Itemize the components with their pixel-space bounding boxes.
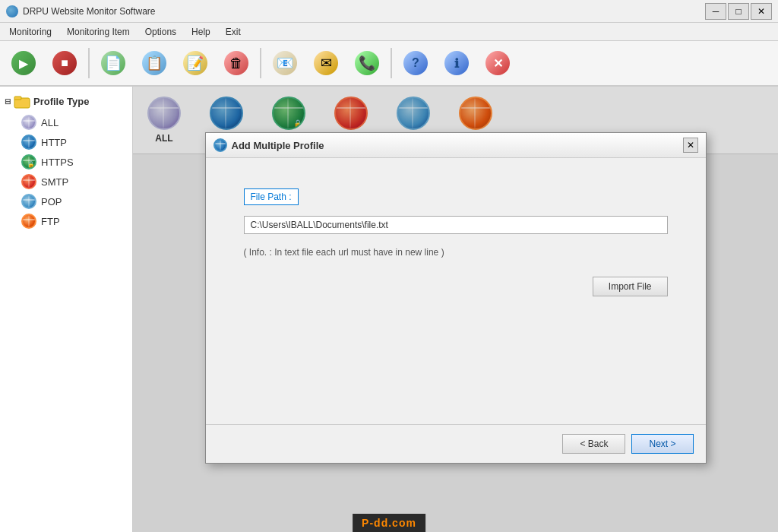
sidebar-item-ftp[interactable]: FTP [0, 211, 132, 231]
dialog-overlay: Add Multiple Profile ✕ File Path : ( Inf… [133, 87, 778, 532]
new-profile-button[interactable]: 📄 [94, 44, 132, 82]
http-icon [21, 135, 36, 150]
close-red-button[interactable]: ✕ [479, 44, 517, 82]
menu-bar: Monitoring Monitoring Item Options Help … [0, 23, 778, 41]
title-bar: DRPU Website Monitor Software ─ □ ✕ [0, 0, 778, 23]
sidebar: ⊟ Profile Type ALL HTTP 🔒 HTTPS S [0, 87, 133, 532]
svg-rect-1 [14, 97, 21, 100]
menu-exit[interactable]: Exit [220, 25, 247, 39]
delete-button[interactable]: 🗑 [217, 44, 255, 82]
phone-icon: 📞 [355, 51, 379, 75]
file-path-label: File Path : [244, 188, 299, 205]
https-icon: 🔒 [21, 154, 36, 169]
help-button[interactable]: ? [397, 44, 435, 82]
watermark: P-dd.com [353, 514, 425, 532]
new-profile-icon: 📄 [101, 51, 125, 75]
play-icon: ▶ [11, 51, 36, 75]
main-area: ⊟ Profile Type ALL HTTP 🔒 HTTPS S [0, 87, 778, 532]
edit-button[interactable]: 📝 [176, 44, 214, 82]
next-button[interactable]: Next > [631, 434, 693, 454]
info-icon: ℹ [444, 51, 469, 75]
pop-icon [21, 194, 36, 209]
menu-help[interactable]: Help [185, 25, 217, 39]
menu-monitoring[interactable]: Monitoring [3, 25, 58, 39]
sidebar-label-ftp: FTP [41, 216, 60, 227]
sidebar-item-smtp[interactable]: SMTP [0, 172, 132, 192]
file-path-input[interactable] [244, 216, 668, 234]
edit-icon: 📝 [183, 51, 207, 75]
sidebar-item-all[interactable]: ALL [0, 112, 132, 132]
back-button[interactable]: < Back [562, 434, 625, 454]
delete-icon: 🗑 [224, 51, 248, 75]
minimize-button[interactable]: ─ [705, 3, 726, 20]
profile-type-label: Profile Type [33, 96, 89, 107]
close-button[interactable]: ✕ [751, 3, 772, 20]
ftp-icon [21, 214, 36, 229]
dialog-title: Add Multiple Profile [232, 140, 324, 151]
maximize-button[interactable]: □ [728, 3, 749, 20]
email-alert-icon: 📧 [273, 51, 297, 75]
dialog-title-bar: Add Multiple Profile ✕ [206, 133, 706, 158]
title-bar-controls: ─ □ ✕ [705, 3, 772, 20]
close-red-icon: ✕ [485, 51, 510, 75]
dialog-title-icon [213, 138, 227, 152]
info-button[interactable]: ℹ [438, 44, 476, 82]
stop-icon: ■ [52, 51, 77, 75]
menu-monitoring-item[interactable]: Monitoring Item [61, 25, 136, 39]
sidebar-label-http: HTTP [41, 137, 67, 148]
file-path-label-container: File Path : [244, 188, 668, 205]
sidebar-item-http[interactable]: HTTP [0, 132, 132, 152]
smtp-icon [21, 174, 36, 189]
menu-options[interactable]: Options [139, 25, 182, 39]
import-file-button[interactable]: Import File [593, 277, 668, 296]
app-title: DRPU Website Monitor Software [23, 6, 156, 17]
title-bar-left: DRPU Website Monitor Software [6, 5, 156, 17]
sidebar-label-smtp: SMTP [41, 176, 68, 188]
add-profile-icon: 📋 [142, 51, 166, 75]
sidebar-label-all: ALL [41, 117, 59, 128]
toolbar-separator-1 [88, 48, 90, 78]
sidebar-item-https[interactable]: 🔒 HTTPS [0, 152, 132, 172]
add-multiple-profile-dialog: Add Multiple Profile ✕ File Path : ( Inf… [205, 132, 707, 464]
stop-button[interactable]: ■ [46, 44, 84, 82]
app-icon [6, 5, 18, 17]
email-icon: ✉ [314, 51, 338, 75]
content-panel: ALL HTTP 🔒 HTTPS SMTP POP [133, 87, 778, 532]
sidebar-label-https: HTTPS [41, 157, 74, 168]
email-alert-button[interactable]: 📧 [266, 44, 304, 82]
all-icon [21, 115, 36, 130]
help-icon: ? [403, 51, 428, 75]
tree-toggle[interactable]: ⊟ [5, 97, 11, 106]
info-text: ( Info. : In text file each url must hav… [244, 247, 444, 258]
dialog-close-button[interactable]: ✕ [683, 138, 698, 153]
toolbar-separator-3 [391, 48, 392, 78]
file-path-input-container [244, 216, 668, 234]
import-button-row: Import File [244, 277, 668, 296]
dialog-body: File Path : ( Info. : In text file each … [206, 158, 706, 424]
phone-button[interactable]: 📞 [348, 44, 386, 82]
toolbar: ▶ ■ 📄 📋 📝 🗑 📧 ✉ 📞 ? ℹ ✕ [0, 41, 778, 87]
play-button[interactable]: ▶ [5, 44, 43, 82]
toolbar-separator-2 [260, 48, 261, 78]
tree-root: ⊟ Profile Type [0, 90, 132, 112]
sidebar-item-pop[interactable]: POP [0, 192, 132, 211]
sidebar-label-pop: POP [41, 196, 62, 207]
watermark-text: P-dd.com [362, 517, 416, 529]
dialog-footer: < Back Next > [206, 424, 706, 463]
email-button[interactable]: ✉ [307, 44, 345, 82]
dialog-title-left: Add Multiple Profile [213, 138, 324, 152]
add-profile-button[interactable]: 📋 [135, 44, 173, 82]
folder-icon [14, 93, 30, 109]
info-text-container: ( Info. : In text file each url must hav… [244, 245, 668, 258]
